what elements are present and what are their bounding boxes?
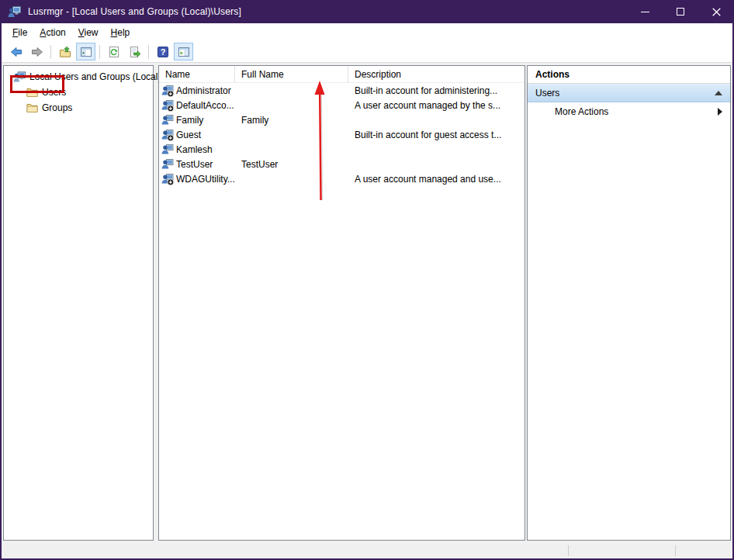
user-account-icon [161,99,174,112]
toolbar: ? [2,41,732,63]
user-row[interactable]: Guest Built-in account for guest access … [159,127,525,142]
user-account-icon [161,173,174,185]
user-row[interactable]: TestUser TestUser [159,157,525,171]
user-row[interactable]: Family Family [159,112,525,127]
menu-view[interactable]: View [72,25,105,40]
user-account-icon [161,143,174,156]
collapse-icon[interactable] [715,91,722,95]
menu-file[interactable]: File [6,25,33,40]
console-tree-panel: Local Users and Groups (Local) Users Gro… [3,65,154,541]
user-list-body: Administrator Built-in account for admin… [159,83,525,186]
tree-root-label: Local Users and Groups (Local) [29,71,161,82]
statusbar-divider [675,545,676,556]
account-disabled-badge-icon [168,105,174,111]
show-console-tree-button[interactable] [76,43,95,60]
user-row[interactable]: Administrator Built-in account for admin… [159,83,525,98]
toolbar-separator [148,45,149,59]
user-name: Administrator [176,85,231,96]
menu-action[interactable]: Action [33,25,71,40]
user-name: Family [176,115,203,126]
refresh-button[interactable] [104,43,123,60]
window-controls [627,0,734,23]
user-full-name: Family [241,115,268,126]
maximize-button[interactable] [663,0,698,23]
tree-item-groups[interactable]: Groups [4,100,153,116]
user-name: DefaultAcco... [176,100,234,111]
menu-help[interactable]: Help [105,25,137,40]
maximize-icon [677,8,684,16]
users-list-panel: Name Full Name Description Administrator… [158,65,525,541]
account-disabled-badge-icon [168,90,174,96]
actions-panel: Actions Users More Actions [527,65,731,541]
column-header-name[interactable]: Name [159,66,235,82]
user-row[interactable]: DefaultAcco... A user account managed by… [159,98,525,112]
refresh-icon [108,46,120,58]
user-name: WDAGUtility... [176,174,235,185]
menu-bar: File Action View Help [2,23,732,41]
user-description: A user account managed and use... [355,174,501,185]
help-button[interactable]: ? [153,43,172,60]
help-icon: ? [157,46,169,58]
folder-icon [26,102,39,114]
user-name: Guest [176,130,201,140]
forward-button[interactable] [27,43,47,60]
folder-icon [26,86,39,99]
user-name: Kamlesh [176,144,213,155]
svg-text:?: ? [160,47,165,57]
tree-item-users-label: Users [42,87,66,98]
close-icon [712,8,721,16]
minimize-button[interactable] [627,0,663,23]
column-header-description[interactable]: Description [348,66,525,82]
user-description: A user account managed by the s... [355,100,500,111]
tree-root-item[interactable]: Local Users and Groups (Local) [4,69,153,85]
more-actions-label: More Actions [555,106,718,117]
console-tree-icon [80,46,92,58]
user-description: Built-in account for administering... [355,85,497,96]
user-account-icon [161,158,174,171]
user-row[interactable]: WDAGUtility... A user account managed an… [159,171,525,186]
title-bar: Lusrmgr - [Local Users and Groups (Local… [0,0,734,23]
user-account-icon [161,129,174,141]
actions-section-users[interactable]: Users [528,84,730,102]
column-header-full-name[interactable]: Full Name [235,66,348,82]
tree-item-groups-label: Groups [42,102,72,113]
back-arrow-icon [10,46,23,58]
toolbar-separator [99,45,100,59]
export-list-icon [129,46,141,58]
submenu-arrow-icon [718,108,722,116]
account-disabled-badge-icon [168,178,174,185]
lusrmgr-window: Lusrmgr - [Local Users and Groups (Local… [0,0,734,560]
user-account-icon [161,85,174,97]
user-description: Built-in account for guest access t... [355,130,501,140]
window-title: Lusrmgr - [Local Users and Groups (Local… [28,6,241,17]
actions-section-label: Users [535,88,715,99]
tree-item-users[interactable]: Users [4,85,153,100]
local-users-groups-icon [13,71,26,83]
toolbar-separator [50,45,51,59]
user-full-name: TestUser [241,159,278,170]
forward-arrow-icon [31,46,43,58]
status-bar [2,543,732,558]
back-button[interactable] [6,43,26,60]
folder-up-icon [59,46,71,58]
account-disabled-badge-icon [168,134,174,140]
statusbar-divider [568,545,569,556]
minimize-icon [641,12,649,12]
user-account-icon [161,114,174,126]
app-icon [8,5,22,18]
export-list-button[interactable] [125,43,144,60]
action-pane-icon [178,46,190,58]
show-action-pane-button[interactable] [174,43,193,60]
up-one-level-button[interactable] [55,43,74,60]
actions-panel-title: Actions [528,66,730,84]
user-row[interactable]: Kamlesh [159,142,525,157]
list-header: Name Full Name Description [159,66,525,83]
user-name: TestUser [176,159,213,170]
close-button[interactable] [698,0,734,23]
more-actions-item[interactable]: More Actions [528,102,730,120]
